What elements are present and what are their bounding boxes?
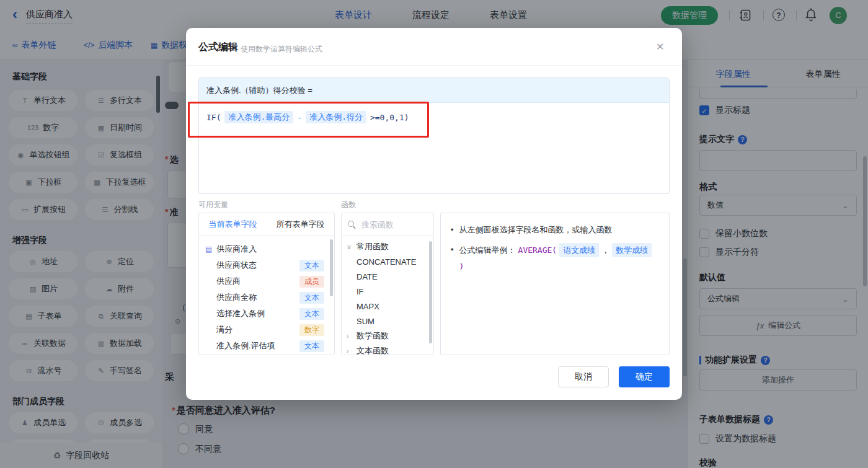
function-item[interactable]: CONCATENATE: [342, 254, 433, 269]
variable-name: 选择准入条例: [216, 308, 265, 319]
function-name: SUM: [356, 317, 374, 326]
variable-item[interactable]: 供应商状态文本: [199, 257, 334, 273]
divider: [186, 65, 682, 66]
help-bullet-1: • 从左侧面板选择字段名和函数，或输入函数: [451, 223, 659, 236]
function-group-common[interactable]: ∨ 常用函数: [342, 239, 433, 254]
variable-name: 供应商状态: [216, 260, 257, 271]
function-item[interactable]: DATE: [342, 269, 433, 284]
help-example-chip: 数学成绩: [612, 243, 652, 257]
formula-target-label: 准入条例.（辅助）得分校验 =: [206, 85, 312, 96]
help-example-close: ): [459, 260, 464, 273]
variable-item[interactable]: 准入条例.评估项文本: [199, 338, 334, 354]
variables-box: 当前表单字段 所有表单字段 ▤ 供应商准入 供应商状态文本 供应商成员 供应商全…: [198, 213, 335, 355]
cancel-button[interactable]: 取消: [558, 366, 609, 387]
type-badge: 文本: [299, 292, 324, 304]
function-item[interactable]: MAPX: [342, 299, 433, 314]
functions-scrollbar[interactable]: [429, 241, 432, 343]
confirm-button[interactable]: 确定: [619, 366, 670, 387]
help-example-chip: 语文成绩: [559, 243, 599, 257]
formula-help-box: • 从左侧面板选择字段名和函数，或输入函数 • 公式编辑举例： AVERAGE(…: [440, 213, 670, 355]
formula-editor-modal: 公式编辑 使用数学运算符编辑公式 ✕ 准入条例.（辅助）得分校验 = IF( 准…: [186, 28, 682, 400]
variable-item[interactable]: 选择准入条例文本: [199, 306, 334, 322]
annotation-red-box: [188, 102, 429, 138]
formula-target: 准入条例.（辅助）得分校验 =: [199, 78, 669, 103]
variable-name: 准入条例.评估项: [216, 340, 275, 351]
function-group-text[interactable]: › 文本函数: [342, 343, 433, 355]
help-example-fn: AVERAGE(: [518, 244, 557, 257]
variable-root-item[interactable]: ▤ 供应商准入: [199, 241, 334, 257]
bullet-icon: •: [451, 223, 454, 236]
function-item[interactable]: SUM: [342, 314, 433, 329]
type-badge: 文本: [299, 260, 324, 272]
variable-item[interactable]: 满分数字: [199, 322, 334, 338]
help-example: 公式编辑举例： AVERAGE( 语文成绩 ， 数学成绩 ): [459, 243, 659, 273]
chevron-right-icon: ›: [347, 347, 353, 355]
type-badge: 数字: [299, 324, 324, 336]
function-name: CONCATENATE: [356, 257, 416, 267]
modal-subtitle: 使用数学运算符编辑公式: [241, 44, 322, 55]
function-group-math[interactable]: › 数学函数: [342, 329, 433, 343]
help-example-comma: ，: [601, 244, 609, 257]
type-badge: 文本: [299, 308, 324, 320]
variable-name: 满分: [216, 324, 232, 335]
function-name: MAPX: [356, 302, 379, 311]
function-search-row: [342, 213, 433, 236]
function-group-label: 文本函数: [356, 345, 389, 355]
function-name: IF: [356, 287, 364, 296]
function-group-label: 常用函数: [356, 241, 389, 252]
function-item[interactable]: IF: [342, 284, 433, 299]
type-badge: 成员: [299, 276, 324, 288]
functions-box: ∨ 常用函数 CONCATENATE DATE IF MAPX SUM › 数学…: [341, 213, 434, 355]
search-icon: [348, 221, 356, 229]
tab-current-form-fields[interactable]: 当前表单字段: [199, 219, 267, 230]
functions-label: 函数: [341, 200, 356, 210]
function-search-input[interactable]: [360, 219, 425, 230]
chevron-right-icon: ›: [347, 332, 353, 340]
function-group-label: 数学函数: [356, 330, 389, 342]
variable-name: 供应商: [216, 276, 241, 287]
type-badge: 文本: [299, 340, 324, 352]
tab-all-form-fields[interactable]: 所有表单字段: [267, 219, 334, 230]
variable-name: 供应商全称: [216, 292, 257, 303]
bullet-icon: •: [451, 243, 454, 256]
app-root: ‹ 供应商准入 表单设计 流程设定 表单设置 数据管理 ? C ∞ 表单外链 <…: [0, 0, 868, 468]
document-icon: ▤: [205, 245, 212, 254]
help-text: 从左侧面板选择字段名和函数，或输入函数: [459, 223, 613, 236]
close-icon[interactable]: ✕: [656, 41, 664, 53]
chevron-down-icon: ∨: [347, 243, 353, 251]
variables-tabs: 当前表单字段 所有表单字段: [199, 213, 334, 236]
modal-title: 公式编辑: [198, 41, 238, 54]
help-bullet-2: • 公式编辑举例： AVERAGE( 语文成绩 ， 数学成绩 ): [451, 243, 659, 273]
help-example-prefix: 公式编辑举例：: [459, 244, 516, 257]
function-name: DATE: [356, 272, 378, 281]
variable-item[interactable]: 供应商全称文本: [199, 289, 334, 306]
variables-scrollbar[interactable]: [330, 239, 333, 296]
variable-root-label: 供应商准入: [216, 244, 257, 255]
variables-label: 可用变量: [198, 200, 228, 210]
variable-item[interactable]: 供应商成员: [199, 273, 334, 289]
